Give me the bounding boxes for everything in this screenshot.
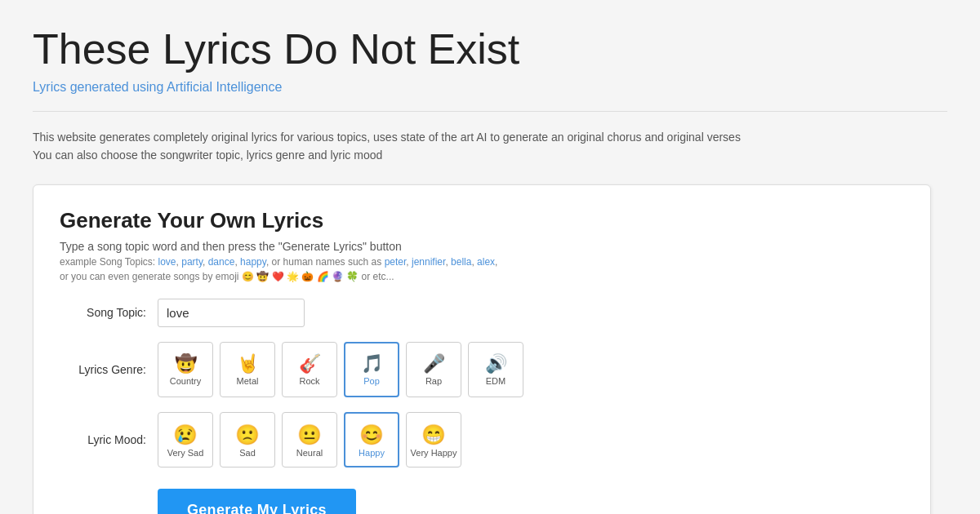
rock-label: Rock bbox=[299, 376, 319, 386]
lyrics-genre-row: Lyrics Genre: 🤠 Country 🤘 Metal 🎸 Rock 🎵… bbox=[60, 342, 904, 397]
generate-button[interactable]: Generate My Lyrics bbox=[158, 489, 356, 514]
pop-label: Pop bbox=[363, 376, 380, 386]
very-sad-label: Very Sad bbox=[167, 448, 204, 458]
emoji-prefix: or you can even generate songs by emoji bbox=[60, 271, 242, 282]
description-line1: This website generates completely origin… bbox=[33, 128, 947, 146]
sad-icon: 🙁 bbox=[235, 423, 260, 446]
metal-label: Metal bbox=[237, 376, 259, 386]
emoji-3: ❤️ bbox=[272, 271, 284, 282]
song-topic-input[interactable] bbox=[158, 299, 305, 327]
rap-icon: 🎤 bbox=[423, 355, 445, 373]
happy-label: Happy bbox=[359, 448, 385, 458]
lyric-mood-row: Lyric Mood: 😢 Very Sad 🙁 Sad 😐 Neural 😊 … bbox=[60, 412, 904, 467]
genre-edm[interactable]: 🔊 EDM bbox=[468, 342, 523, 397]
emoji-7: 🔮 bbox=[332, 271, 344, 282]
example-alex[interactable]: alex bbox=[477, 256, 495, 268]
genre-country[interactable]: 🤠 Country bbox=[158, 342, 213, 397]
emoji-suffix: or etc... bbox=[362, 271, 394, 282]
emoji-4: 🌟 bbox=[287, 271, 299, 282]
lyrics-genre-label: Lyrics Genre: bbox=[60, 363, 158, 376]
card-title: Generate Your Own Lyrics bbox=[60, 208, 904, 233]
mood-neutral[interactable]: 😐 Neural bbox=[282, 412, 337, 467]
song-topic-row: Song Topic: bbox=[60, 299, 904, 327]
example-names-prefix: or human names such as bbox=[272, 256, 385, 268]
emoji-2: 🤠 bbox=[256, 271, 269, 282]
main-card: Generate Your Own Lyrics Type a song top… bbox=[33, 184, 931, 514]
card-subtitle: Type a song topic word and then press th… bbox=[60, 240, 904, 253]
emoji-6: 🌈 bbox=[317, 271, 329, 282]
example-bella[interactable]: bella bbox=[451, 256, 471, 268]
emoji-8: 🍀 bbox=[346, 271, 359, 282]
page-subtitle: Lyrics generated using Artificial Intell… bbox=[33, 80, 947, 95]
example-dance[interactable]: dance bbox=[208, 256, 235, 268]
mood-happy[interactable]: 😊 Happy bbox=[344, 412, 399, 467]
song-topic-label: Song Topic: bbox=[60, 306, 158, 319]
country-label: Country bbox=[170, 376, 202, 386]
emoji-5: 🎃 bbox=[301, 271, 314, 282]
rap-label: Rap bbox=[425, 376, 442, 386]
example-jennifier[interactable]: jennifier bbox=[412, 256, 445, 268]
mood-options: 😢 Very Sad 🙁 Sad 😐 Neural 😊 Happy 😁 Very… bbox=[158, 412, 461, 467]
country-icon: 🤠 bbox=[175, 355, 197, 373]
edm-label: EDM bbox=[486, 376, 506, 386]
description-line2: You can also choose the songwriter topic… bbox=[33, 146, 947, 164]
neutral-icon: 😐 bbox=[297, 423, 322, 446]
genre-rock[interactable]: 🎸 Rock bbox=[282, 342, 337, 397]
example-topics-line: example Song Topics: love, party, dance,… bbox=[60, 256, 904, 268]
page-title: These Lyrics Do Not Exist bbox=[33, 24, 947, 73]
very-happy-icon: 😁 bbox=[421, 423, 446, 446]
mood-sad[interactable]: 🙁 Sad bbox=[220, 412, 275, 467]
mood-very-sad[interactable]: 😢 Very Sad bbox=[158, 412, 213, 467]
rock-icon: 🎸 bbox=[299, 355, 321, 373]
edm-icon: 🔊 bbox=[485, 355, 507, 373]
example-love[interactable]: love bbox=[158, 256, 176, 268]
neutral-label: Neural bbox=[296, 448, 323, 458]
example-happy[interactable]: happy bbox=[240, 256, 266, 268]
emoji-line: or you can even generate songs by emoji … bbox=[60, 271, 904, 282]
genre-options: 🤠 Country 🤘 Metal 🎸 Rock 🎵 Pop 🎤 Rap 🔊 bbox=[158, 342, 523, 397]
example-party[interactable]: party bbox=[181, 256, 203, 268]
happy-icon: 😊 bbox=[359, 423, 384, 446]
description: This website generates completely origin… bbox=[33, 128, 947, 165]
genre-rap[interactable]: 🎤 Rap bbox=[406, 342, 461, 397]
example-peter[interactable]: peter bbox=[385, 256, 407, 268]
divider bbox=[33, 111, 947, 112]
very-sad-icon: 😢 bbox=[173, 423, 198, 446]
emoji-1: 😊 bbox=[242, 271, 254, 282]
lyric-mood-label: Lyric Mood: bbox=[60, 433, 158, 446]
example-label: example Song Topics: bbox=[60, 256, 155, 268]
genre-metal[interactable]: 🤘 Metal bbox=[220, 342, 275, 397]
genre-pop[interactable]: 🎵 Pop bbox=[344, 342, 399, 397]
metal-icon: 🤘 bbox=[237, 355, 259, 373]
sad-label: Sad bbox=[239, 448, 256, 458]
pop-icon: 🎵 bbox=[361, 355, 383, 373]
mood-very-happy[interactable]: 😁 Very Happy bbox=[406, 412, 461, 467]
very-happy-label: Very Happy bbox=[411, 448, 457, 458]
